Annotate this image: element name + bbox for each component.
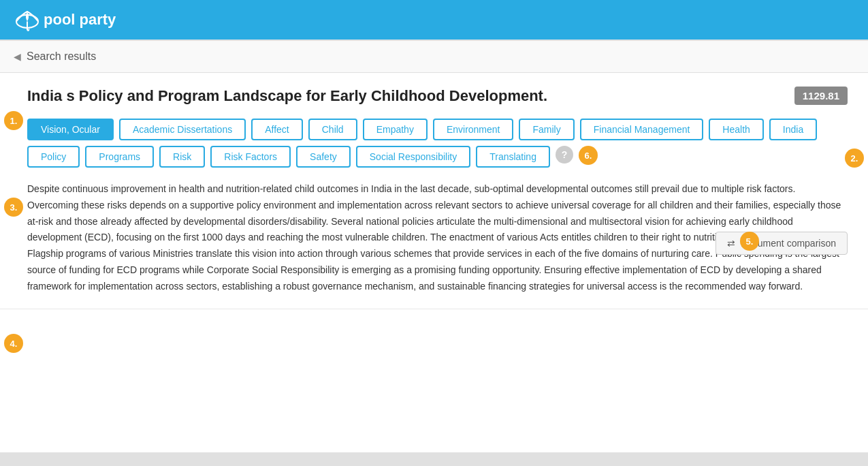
tag-environment[interactable]: Environment [433,119,514,140]
tag-family[interactable]: Family [519,119,574,140]
tag-risk-factors[interactable]: Risk Factors [210,146,291,168]
tag-translating[interactable]: Translating [476,146,550,168]
tag-social-responsibility[interactable]: Social Responsibility [356,146,470,168]
main-content: 1. ◀ Search results 2. India s Policy an… [0,41,868,466]
bottom-scrollbar[interactable] [0,452,868,466]
back-arrow-icon[interactable]: ◀ [14,51,21,62]
annotation-3: 3. [4,198,23,217]
tag-vision-ocular[interactable]: Vision, Ocular [27,119,114,140]
annotation-6: 6. [579,146,598,165]
app-header: pool party [0,0,868,41]
compare-icon: ⇄ [727,238,735,249]
tag-programs[interactable]: Programs [85,146,154,168]
document-comparison-button[interactable]: ⇄ Document comparison [716,232,848,255]
logo: pool party [14,6,116,33]
tag-safety[interactable]: Safety [296,146,351,168]
tag-health[interactable]: Health [709,119,763,140]
tag-academic-dissertations[interactable]: Academic Dissertations [119,119,246,140]
help-icon[interactable]: ? [556,146,573,164]
search-results-bar: ◀ Search results [0,41,868,73]
annotation-5: 5. [740,232,759,251]
annotation-4: 4. [4,334,23,353]
logo-umbrella-icon [14,6,41,33]
tag-empathy[interactable]: Empathy [363,119,428,140]
article-section: 2. India s Policy and Program Landscape … [0,73,868,309]
tag-child[interactable]: Child [308,119,357,140]
tag-risk[interactable]: Risk [159,146,205,168]
article-title-row: India s Policy and Program Landscape for… [27,87,848,105]
article-title: India s Policy and Program Landscape for… [27,87,786,105]
logo-text: pool party [44,11,116,29]
annotation-2: 2. [845,149,864,168]
score-badge: 1129.81 [794,87,848,105]
tags-container: Vision, OcularAcademic DissertationsAffe… [27,119,848,168]
search-results-label: Search results [27,50,96,63]
tag-financial-management[interactable]: Financial Management [580,119,704,140]
annotation-1: 1. [4,111,23,130]
tag-affect[interactable]: Affect [251,119,303,140]
tag-india[interactable]: India [769,119,817,140]
tag-policy[interactable]: Policy [27,146,80,168]
